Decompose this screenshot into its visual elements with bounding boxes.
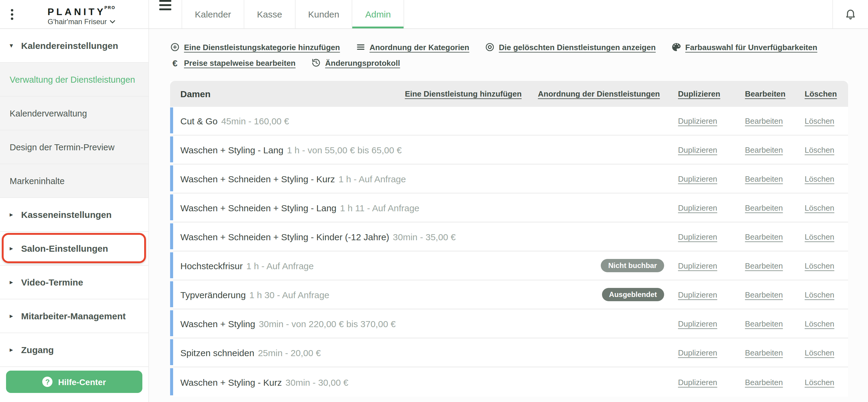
tab-kunden[interactable]: Kunden (296, 0, 352, 28)
toolbar-link[interactable]: Die gelöschten Dienstleistungen anzeigen (485, 42, 656, 52)
toolbar-link-label: Anordnung der Kategorien (369, 42, 469, 52)
add-service-link[interactable]: Eine Dienstleistung hinzufügen (405, 89, 522, 98)
sidebar-item-mitarbeiter-management[interactable]: ▸ Mitarbeiter-Management (0, 299, 148, 333)
edit-link[interactable]: Bearbeiten (745, 378, 788, 386)
salon-name: G'hair'man Friseur (48, 18, 107, 26)
delete-link[interactable]: Löschen (805, 261, 840, 270)
row-color-stripe (170, 252, 173, 278)
sidebar-item-zugang[interactable]: ▸ Zugang (0, 333, 148, 367)
table-body: Cut & Go 45min - 160,00 € Duplizieren Be… (170, 107, 848, 397)
table-header: Damen Eine Dienstleistung hinzufügen Ano… (170, 81, 848, 107)
table-row: Typveränderung 1 h 30 - Auf Anfrage Ausg… (170, 281, 848, 310)
edit-link[interactable]: Bearbeiten (745, 174, 788, 183)
service-detail: 1 h 30 - Auf Anfrage (249, 289, 329, 300)
category-title: Damen (180, 89, 211, 99)
delete-link[interactable]: Löschen (805, 232, 840, 241)
service-name: Typveränderung (180, 289, 246, 300)
tab-admin[interactable]: Admin (352, 0, 404, 28)
toolbar-link-label: Preise stapelweise bearbeiten (184, 58, 296, 67)
sidebar-item-label: Design der Termin-Preview (10, 142, 115, 152)
duplicate-link[interactable]: Duplizieren (678, 348, 728, 357)
toolbar-link[interactable]: Änderungsprotokoll (311, 58, 400, 67)
delete-link[interactable]: Löschen (805, 378, 840, 386)
topbar-right (832, 0, 868, 28)
toolbar-link[interactable]: Eine Dienstleistungskategorie hinzufügen (170, 42, 340, 52)
duplicate-link[interactable]: Duplizieren (678, 378, 728, 386)
tab-kalender[interactable]: Kalender (182, 0, 244, 28)
delete-link[interactable]: Löschen (805, 290, 840, 299)
help-center-button[interactable]: ? Hilfe-Center (6, 371, 142, 393)
row-color-stripe (170, 339, 173, 365)
service-detail: 30min - 35,00 € (393, 231, 456, 242)
sidebar-item-label: Zugang (21, 345, 54, 355)
delete-link[interactable]: Löschen (805, 116, 840, 125)
service-name: Waschen + Styling (180, 318, 255, 329)
main-tabs: Kalender Kasse Kunden Admin (182, 0, 404, 28)
table-row: Cut & Go 45min - 160,00 € Duplizieren Be… (170, 107, 848, 136)
row-color-stripe (170, 165, 173, 191)
delete-column-header[interactable]: Löschen (805, 89, 840, 98)
planity-logo: PLANITYPRO (48, 2, 115, 18)
sidebar-item-label: Mitarbeiter-Management (21, 311, 126, 321)
edit-link[interactable]: Bearbeiten (745, 261, 788, 270)
sidebar-item-kalenderverwaltung[interactable]: Kalenderverwaltung (0, 96, 148, 131)
sidebar-item-video-termine[interactable]: ▸ Video-Termine (0, 266, 148, 299)
status-badge: Ausgeblendet (602, 288, 664, 301)
delete-link[interactable]: Löschen (805, 145, 840, 154)
toolbar-link[interactable]: Farbauswahl für Unverfügbarkeiten (671, 42, 817, 52)
duplicate-column-header[interactable]: Duplizieren (678, 89, 728, 98)
service-name: Waschen + Styling - Kurz (180, 377, 282, 387)
row-color-stripe (170, 368, 173, 395)
salon-selector[interactable]: G'hair'man Friseur (48, 18, 115, 26)
duplicate-link[interactable]: Duplizieren (678, 174, 728, 183)
sidebar-item-design-der-termin-preview[interactable]: Design der Termin-Preview (0, 131, 148, 164)
hamburger-menu-icon[interactable] (159, 0, 171, 28)
expand-arrow-icon: ▸ (10, 211, 16, 219)
duplicate-link[interactable]: Duplizieren (678, 145, 728, 154)
duplicate-link[interactable]: Duplizieren (678, 203, 728, 212)
tab-kasse[interactable]: Kasse (244, 0, 295, 28)
edit-link[interactable]: Bearbeiten (745, 319, 788, 328)
duplicate-link[interactable]: Duplizieren (678, 116, 728, 125)
row-color-stripe (170, 310, 173, 336)
expand-arrow-icon: ▸ (10, 245, 16, 252)
service-name: Hochsteckfrisur (180, 260, 243, 271)
toolbar-link[interactable]: € Preise stapelweise bearbeiten (170, 58, 296, 67)
edit-link[interactable]: Bearbeiten (745, 348, 788, 357)
table-row: Waschen + Styling 30min - von 220,00 € b… (170, 310, 848, 339)
edit-link[interactable]: Bearbeiten (745, 203, 788, 212)
service-name: Waschen + Styling - Lang (180, 145, 283, 155)
table-row: Hochsteckfrisur 1 h - Auf Anfrage Nicht … (170, 252, 848, 281)
row-color-stripe (170, 136, 173, 162)
toolbar-link[interactable]: Anordnung der Kategorien (355, 42, 469, 52)
sidebar-item-kasseneinstellungen[interactable]: ▸ Kasseneinstellungen (0, 198, 148, 232)
service-detail: 30min - von 220,00 € bis 370,00 € (259, 318, 396, 329)
expand-arrow-icon: ▾ (10, 41, 16, 50)
notifications-bell-icon[interactable] (844, 8, 857, 21)
status-badge: Nicht buchbar (601, 259, 664, 272)
expand-arrow-icon: ▸ (10, 346, 16, 354)
sidebar-item-kalendereinstellungen[interactable]: ▾ Kalendereinstellungen (0, 29, 148, 63)
sidebar-item-salon-einstellungen[interactable]: ▸ Salon-Einstellungen (0, 232, 148, 266)
edit-link[interactable]: Bearbeiten (745, 290, 788, 299)
sidebar-item-verwaltung-der-dienstleistungen[interactable]: Verwaltung der Dienstleistungen (0, 63, 148, 96)
duplicate-link[interactable]: Duplizieren (678, 319, 728, 328)
edit-link[interactable]: Bearbeiten (745, 145, 788, 154)
duplicate-link[interactable]: Duplizieren (678, 261, 728, 270)
edit-link[interactable]: Bearbeiten (745, 232, 788, 241)
delete-link[interactable]: Löschen (805, 319, 840, 328)
delete-link[interactable]: Löschen (805, 348, 840, 357)
euro-icon: € (170, 58, 180, 67)
list-icon (355, 42, 365, 52)
edit-link[interactable]: Bearbeiten (745, 116, 788, 125)
order-services-link[interactable]: Anordnung der Dienstleistungen (538, 89, 660, 98)
sidebar-item-label: Video-Termine (21, 277, 83, 287)
edit-column-header[interactable]: Bearbeiten (745, 89, 788, 98)
sidebar-item-label: Verwaltung der Dienstleistungen (10, 75, 135, 84)
sidebar-item-markeninhalte[interactable]: Markeninhalte (0, 164, 148, 198)
delete-link[interactable]: Löschen (805, 174, 840, 183)
duplicate-link[interactable]: Duplizieren (678, 232, 728, 241)
table-row: Waschen + Schneiden + Styling - Lang 1 h… (170, 194, 848, 223)
duplicate-link[interactable]: Duplizieren (678, 290, 728, 299)
delete-link[interactable]: Löschen (805, 203, 840, 212)
